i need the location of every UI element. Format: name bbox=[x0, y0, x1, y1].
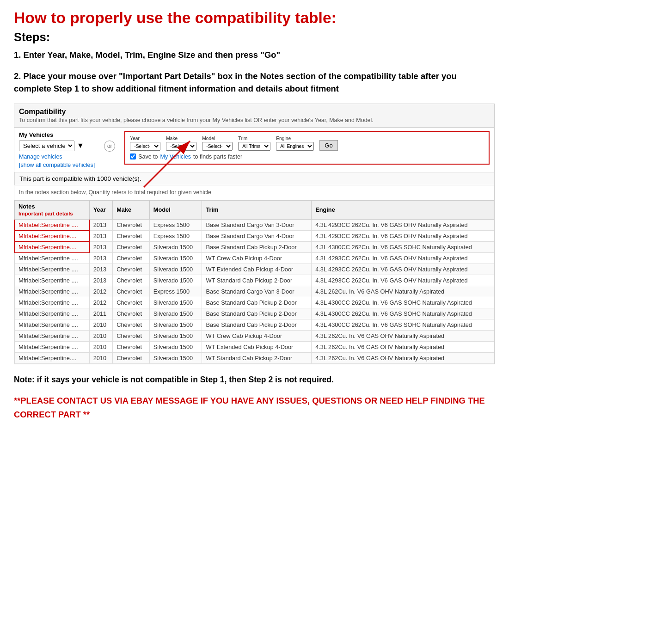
trim-cell: WT Extended Cab Pickup 4-Door bbox=[202, 264, 312, 275]
trim-cell: Base Standard Cargo Van 3-Door bbox=[202, 219, 312, 230]
engine-cell: 4.3L 4300CC 262Cu. In. V6 GAS SOHC Natur… bbox=[312, 319, 494, 330]
step2-text: 2. Place your mouse over "Important Part… bbox=[14, 70, 495, 95]
notes-sub: Important part details bbox=[18, 211, 73, 216]
go-button[interactable]: Go bbox=[319, 140, 338, 151]
make-cell: Chevrolet bbox=[113, 219, 150, 230]
make-cell: Chevrolet bbox=[113, 264, 150, 275]
engine-cell: 4.3L 4293CC 262Cu. In. V6 GAS OHV Natura… bbox=[312, 275, 494, 286]
manage-vehicles-link[interactable]: Manage vehicles bbox=[19, 153, 95, 160]
save-label: Save to bbox=[138, 153, 158, 160]
year-cell: 2013 bbox=[89, 264, 112, 275]
my-vehicles-link[interactable]: My Vehicles bbox=[160, 153, 191, 160]
compat-note-bar: In the notes section below, Quantity ref… bbox=[14, 187, 494, 197]
engine-select[interactable]: All Engines bbox=[276, 142, 314, 151]
show-all-link[interactable]: [show all compatible vehicles] bbox=[19, 162, 95, 168]
make-cell: Chevrolet bbox=[113, 341, 150, 352]
engine-cell: 4.3L 262Cu. In. V6 GAS OHV Naturally Asp… bbox=[312, 286, 494, 297]
make-cell: Chevrolet bbox=[113, 308, 150, 319]
save-suffix: to finds parts faster bbox=[193, 153, 242, 160]
col-engine: Engine bbox=[312, 200, 494, 219]
table-row: Mfrlabel:Serpentine ....2013ChevroletSil… bbox=[15, 275, 494, 286]
model-cell: Express 1500 bbox=[149, 286, 202, 297]
year-cell: 2011 bbox=[89, 308, 112, 319]
year-cell: 2013 bbox=[89, 252, 112, 264]
notes-cell: Mfrlabel:Serpentine .... bbox=[15, 219, 90, 230]
notes-cell: Mfrlabel:Serpentine .... bbox=[15, 286, 90, 297]
notes-cell: Mfrlabel:Serpentine .... bbox=[15, 330, 90, 341]
notes-cell: Mfrlabel:Serpentine .... bbox=[15, 308, 90, 319]
save-checkbox[interactable] bbox=[130, 153, 136, 159]
model-cell: Silverado 1500 bbox=[149, 241, 202, 252]
engine-cell: 4.3L 4293CC 262Cu. In. V6 GAS OHV Natura… bbox=[312, 219, 494, 230]
model-cell: Silverado 1500 bbox=[149, 341, 202, 352]
year-select[interactable]: -Select- bbox=[130, 142, 160, 151]
model-field: Model -Select- bbox=[202, 136, 233, 151]
trim-cell: Base Standard Cab Pickup 2-Door bbox=[202, 297, 312, 308]
engine-label: Engine bbox=[276, 136, 314, 141]
year-cell: 2012 bbox=[89, 297, 112, 308]
my-vehicles-section: My Vehicles Select a vehicle ▼ Manage ve… bbox=[19, 131, 95, 168]
vehicle-select[interactable]: Select a vehicle bbox=[19, 141, 74, 151]
dropdown-arrow-icon: ▼ bbox=[77, 141, 84, 150]
engine-cell: 4.3L 4300CC 262Cu. In. V6 GAS SOHC Natur… bbox=[312, 241, 494, 252]
notes-cell: Mfrlabel:Serpentine.... bbox=[15, 230, 90, 241]
notes-cell: Mfrlabel:Serpentine .... bbox=[15, 319, 90, 330]
table-row: Mfrlabel:Serpentine ....2013ChevroletExp… bbox=[15, 219, 494, 230]
compat-count-bar: This part is compatible with 1000 vehicl… bbox=[14, 172, 494, 185]
model-select[interactable]: -Select- bbox=[202, 142, 233, 151]
year-cell: 2012 bbox=[89, 286, 112, 297]
notes-cell: Mfrlabel:Serpentine .... bbox=[15, 297, 90, 308]
notes-cell: Mfrlabel:Serpentine .... bbox=[15, 341, 90, 352]
save-row: Save to My Vehicles to finds parts faste… bbox=[130, 153, 484, 160]
trim-select[interactable]: All Trims bbox=[238, 142, 270, 151]
make-field: Make -Select- bbox=[166, 136, 196, 151]
notes-cell: Mfrlabel:Serpentine.... bbox=[15, 352, 90, 363]
make-cell: Chevrolet bbox=[113, 275, 150, 286]
contact-text: **PLEASE CONTACT US VIA EBAY MESSAGE IF … bbox=[14, 394, 495, 421]
notes-cell: Mfrlabel:Serpentine.... bbox=[15, 241, 90, 252]
table-row: Mfrlabel:Serpentine ....2010ChevroletSil… bbox=[15, 330, 494, 341]
model-cell: Silverado 1500 bbox=[149, 319, 202, 330]
model-cell: Silverado 1500 bbox=[149, 330, 202, 341]
my-vehicles-label: My Vehicles bbox=[19, 131, 95, 138]
trim-cell: WT Standard Cab Pickup 2-Door bbox=[202, 275, 312, 286]
model-cell: Silverado 1500 bbox=[149, 308, 202, 319]
table-row: Mfrlabel:Serpentine ....2012ChevroletExp… bbox=[15, 286, 494, 297]
engine-cell: 4.3L 262Cu. In. V6 GAS OHV Naturally Asp… bbox=[312, 330, 494, 341]
compat-subtext: To confirm that this part fits your vehi… bbox=[19, 117, 490, 123]
engine-cell: 4.3L 262Cu. In. V6 GAS OHV Naturally Asp… bbox=[312, 341, 494, 352]
model-cell: Silverado 1500 bbox=[149, 275, 202, 286]
make-cell: Chevrolet bbox=[113, 330, 150, 341]
make-cell: Chevrolet bbox=[113, 286, 150, 297]
make-select[interactable]: -Select- bbox=[166, 142, 196, 151]
notes-cell: Mfrlabel:Serpentine .... bbox=[15, 275, 90, 286]
model-cell: Silverado 1500 bbox=[149, 264, 202, 275]
or-divider: or bbox=[104, 141, 115, 152]
model-label: Model bbox=[202, 136, 233, 141]
year-cell: 2013 bbox=[89, 275, 112, 286]
engine-cell: 4.3L 4293CC 262Cu. In. V6 GAS OHV Natura… bbox=[312, 252, 494, 264]
table-row: Mfrlabel:Serpentine....2010ChevroletSilv… bbox=[15, 352, 494, 363]
compatibility-table: Notes Important part details Year Make M… bbox=[14, 200, 494, 364]
form-row: Year -Select- Make -Select- Model -Selec… bbox=[130, 136, 484, 151]
table-row: Mfrlabel:Serpentine....2013ChevroletExpr… bbox=[15, 230, 494, 241]
engine-cell: 4.3L 4300CC 262Cu. In. V6 GAS SOHC Natur… bbox=[312, 297, 494, 308]
make-cell: Chevrolet bbox=[113, 319, 150, 330]
make-cell: Chevrolet bbox=[113, 297, 150, 308]
table-row: Mfrlabel:Serpentine ....2010ChevroletSil… bbox=[15, 341, 494, 352]
col-notes: Notes Important part details bbox=[15, 200, 90, 219]
col-trim: Trim bbox=[202, 200, 312, 219]
year-cell: 2010 bbox=[89, 330, 112, 341]
model-cell: Silverado 1500 bbox=[149, 297, 202, 308]
year-cell: 2010 bbox=[89, 319, 112, 330]
trim-cell: Base Standard Cab Pickup 2-Door bbox=[202, 319, 312, 330]
trim-cell: WT Crew Cab Pickup 4-Door bbox=[202, 252, 312, 264]
col-model: Model bbox=[149, 200, 202, 219]
engine-cell: 4.3L 262Cu. In. V6 GAS OHV Naturally Asp… bbox=[312, 352, 494, 363]
make-cell: Chevrolet bbox=[113, 352, 150, 363]
make-cell: Chevrolet bbox=[113, 230, 150, 241]
compat-body: My Vehicles Select a vehicle ▼ Manage ve… bbox=[14, 128, 494, 172]
notes-cell: Mfrlabel:Serpentine .... bbox=[15, 264, 90, 275]
model-cell: Express 1500 bbox=[149, 230, 202, 241]
trim-cell: Base Standard Cab Pickup 2-Door bbox=[202, 241, 312, 252]
